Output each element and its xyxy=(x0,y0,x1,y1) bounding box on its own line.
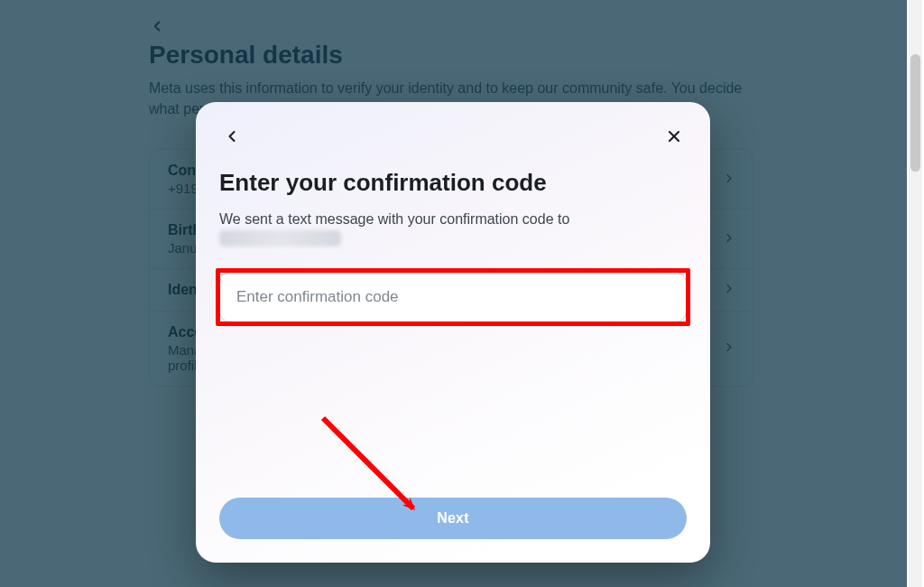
modal-close-button[interactable] xyxy=(661,124,687,149)
next-button[interactable]: Next xyxy=(219,498,687,539)
modal-description-text: We sent a text message with your confirm… xyxy=(219,211,569,227)
modal-description: We sent a text message with your confirm… xyxy=(219,210,687,250)
redacted-phone-number xyxy=(219,230,341,247)
modal-title: Enter your confirmation code xyxy=(219,169,687,197)
confirmation-code-modal: Enter your confirmation code We sent a t… xyxy=(196,102,710,563)
modal-back-button[interactable] xyxy=(219,124,245,149)
confirmation-code-input[interactable] xyxy=(219,272,687,322)
vertical-scrollbar[interactable] xyxy=(907,0,924,587)
